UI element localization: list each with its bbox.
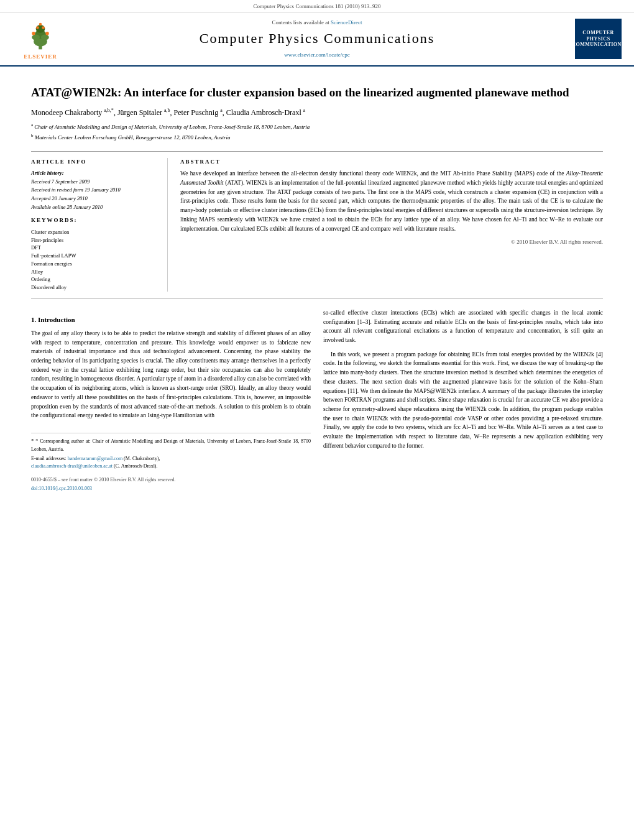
available-date: Available online 28 January 2010	[31, 203, 155, 212]
received-date: Received 7 September 2009	[31, 178, 155, 187]
abstract-col: ABSTRACT We have developed an interface …	[168, 158, 603, 292]
journal-title: Computer Physics Communications	[68, 29, 566, 48]
intro-para1: The goal of any alloy theory is to be ab…	[31, 329, 311, 420]
svg-point-7	[45, 32, 49, 35]
copyright-line: © 2010 Elsevier B.V. All rights reserved…	[180, 238, 603, 246]
footnote-star: * * Corresponding author at: Chair of At…	[31, 437, 311, 453]
journal-title-center: Contents lists available at ScienceDirec…	[68, 19, 566, 58]
authors: Monodeep Chakraborty a,b,*, Jürgen Spita…	[31, 107, 603, 118]
journal-logo-right: COMPUTERPHYSICSCOMMUNICATIONS	[566, 19, 622, 59]
affil-a: Chair of Atomistic Modelling and Design …	[34, 124, 310, 130]
svg-point-6	[32, 32, 35, 35]
intro-para2: so-called effective cluster interactions…	[323, 308, 603, 345]
top-bar: Computer Physics Communications 181 (201…	[0, 0, 634, 12]
kw-ordering: Ordering	[31, 275, 155, 284]
svg-point-5	[41, 34, 49, 40]
logo-title: COMPUTERPHYSICSCOMMUNICATIONS	[572, 30, 625, 48]
bottom-bar: 0010-4655/$ – see front matter © 2010 El…	[31, 476, 311, 484]
kw-disordered-alloy: Disordered alloy	[31, 284, 155, 292]
keywords-heading: Keywords:	[31, 216, 155, 224]
email2-link[interactable]: claudia.ambrosch-draxl@unileoben.ac.at	[31, 463, 113, 469]
email1-link[interactable]: bandemataram@gmail.com	[68, 456, 122, 461]
kw-formation-energies: Formation energies	[31, 260, 155, 268]
affiliations: a Chair of Atomistic Modelling and Desig…	[31, 122, 603, 142]
info-section: ARTICLE INFO Article history: Received 7…	[31, 151, 603, 298]
footnotes: * * Corresponding author at: Chair of At…	[31, 433, 311, 470]
section1-heading: 1. Introduction	[31, 315, 311, 325]
article-history: Article history: Received 7 September 20…	[31, 169, 155, 211]
sciencedirect-link[interactable]: ScienceDirect	[331, 19, 362, 25]
kw-alloy: Alloy	[31, 268, 155, 276]
abstract-text: We have developed an interface between t…	[180, 169, 603, 233]
affil-b: Materials Center Leoben Forschung GmbH, …	[35, 134, 231, 141]
kw-dft: DFT	[31, 244, 155, 252]
body-col-left: 1. Introduction The goal of any alloy th…	[31, 308, 311, 493]
abstract-heading: ABSTRACT	[180, 158, 603, 166]
body-col-right: so-called effective cluster interactions…	[323, 308, 603, 493]
article-info-col: ARTICLE INFO Article history: Received 7…	[31, 158, 168, 292]
elsevier-label: ELSEVIER	[24, 53, 57, 61]
intro-para3: In this work, we present a program packa…	[323, 350, 603, 451]
kw-first-principles: First-principles	[31, 236, 155, 244]
page-content: ATAT@WIEN2k: An interface for cluster ex…	[0, 67, 634, 505]
footnote-email: E-mail addresses: bandemataram@gmail.com…	[31, 455, 311, 470]
journal-citation: Computer Physics Communications 181 (201…	[253, 3, 380, 9]
journal-logo-box: COMPUTERPHYSICSCOMMUNICATIONS	[575, 19, 622, 59]
journal-header: ELSEVIER Contents lists available at Sci…	[0, 12, 634, 67]
svg-point-10	[39, 22, 42, 25]
sciencedirect-line: Contents lists available at ScienceDirec…	[68, 19, 566, 27]
svg-point-9	[42, 26, 45, 29]
body-columns: 1. Introduction The goal of any alloy th…	[31, 308, 603, 493]
accepted-date: Accepted 20 January 2010	[31, 195, 155, 203]
doi-link[interactable]: doi:10.1016/j.cpc.2010.01.003	[31, 486, 92, 491]
elsevier-logo: ELSEVIER	[12, 17, 68, 61]
kw-cluster-expansion: Cluster expansion	[31, 228, 155, 236]
article-title: ATAT@WIEN2k: An interface for cluster ex…	[31, 85, 603, 101]
article-info-heading: ARTICLE INFO	[31, 158, 155, 166]
issn-text: 0010-4655/$ – see front matter © 2010 El…	[31, 476, 176, 484]
kw-lapw: Full-potential LAPW	[31, 252, 155, 260]
keywords-section: Keywords: Cluster expansion First-princi…	[31, 216, 155, 292]
svg-point-8	[36, 26, 39, 29]
journal-url[interactable]: www.elsevier.com/locate/cpc	[68, 51, 566, 59]
svg-point-4	[32, 34, 40, 40]
revised-date: Received in revised form 19 January 2010	[31, 186, 155, 195]
elsevier-tree-icon	[22, 17, 59, 52]
